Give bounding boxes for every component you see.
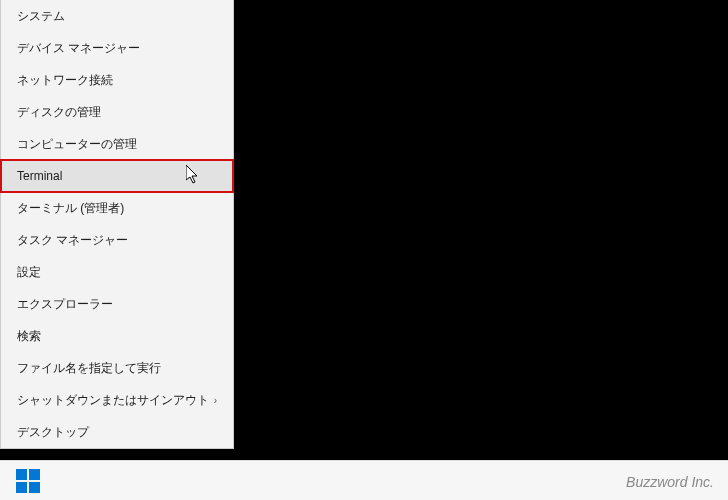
menu-item-label: システム xyxy=(17,8,65,25)
chevron-right-icon: › xyxy=(214,395,217,406)
desktop-area: システムデバイス マネージャーネットワーク接続ディスクの管理コンピューターの管理… xyxy=(0,0,728,460)
taskbar: Buzzword Inc. xyxy=(0,460,728,500)
menu-item[interactable]: ターミナル (管理者) xyxy=(1,192,233,224)
menu-item-label: 検索 xyxy=(17,328,41,345)
menu-item-label: ネットワーク接続 xyxy=(17,72,113,89)
menu-item[interactable]: シャットダウンまたはサインアウト› xyxy=(1,384,233,416)
menu-item[interactable]: エクスプローラー xyxy=(1,288,233,320)
menu-item[interactable]: ディスクの管理 xyxy=(1,96,233,128)
start-icon-quadrant xyxy=(16,482,27,493)
menu-item-label: シャットダウンまたはサインアウト xyxy=(17,392,209,409)
menu-item-label: ファイル名を指定して実行 xyxy=(17,360,161,377)
menu-item[interactable]: 設定 xyxy=(1,256,233,288)
menu-item-label: デスクトップ xyxy=(17,424,89,441)
start-button[interactable] xyxy=(16,469,40,493)
menu-item[interactable]: デバイス マネージャー xyxy=(1,32,233,64)
menu-item-label: Terminal xyxy=(17,169,62,183)
menu-item[interactable]: ネットワーク接続 xyxy=(1,64,233,96)
menu-item-label: タスク マネージャー xyxy=(17,232,128,249)
start-icon-quadrant xyxy=(29,469,40,480)
menu-item-label: ディスクの管理 xyxy=(17,104,101,121)
menu-item[interactable]: 検索 xyxy=(1,320,233,352)
menu-item-label: コンピューターの管理 xyxy=(17,136,137,153)
menu-item[interactable]: Terminal xyxy=(1,160,233,192)
menu-item[interactable]: タスク マネージャー xyxy=(1,224,233,256)
menu-item-label: デバイス マネージャー xyxy=(17,40,140,57)
menu-item[interactable]: コンピューターの管理 xyxy=(1,128,233,160)
menu-item[interactable]: デスクトップ xyxy=(1,416,233,448)
menu-item-label: エクスプローラー xyxy=(17,296,113,313)
menu-item[interactable]: システム xyxy=(1,0,233,32)
menu-item-label: 設定 xyxy=(17,264,41,281)
menu-item[interactable]: ファイル名を指定して実行 xyxy=(1,352,233,384)
winx-context-menu: システムデバイス マネージャーネットワーク接続ディスクの管理コンピューターの管理… xyxy=(0,0,234,449)
menu-item-label: ターミナル (管理者) xyxy=(17,200,124,217)
start-icon-quadrant xyxy=(29,482,40,493)
watermark-text: Buzzword Inc. xyxy=(626,474,714,490)
start-icon-quadrant xyxy=(16,469,27,480)
